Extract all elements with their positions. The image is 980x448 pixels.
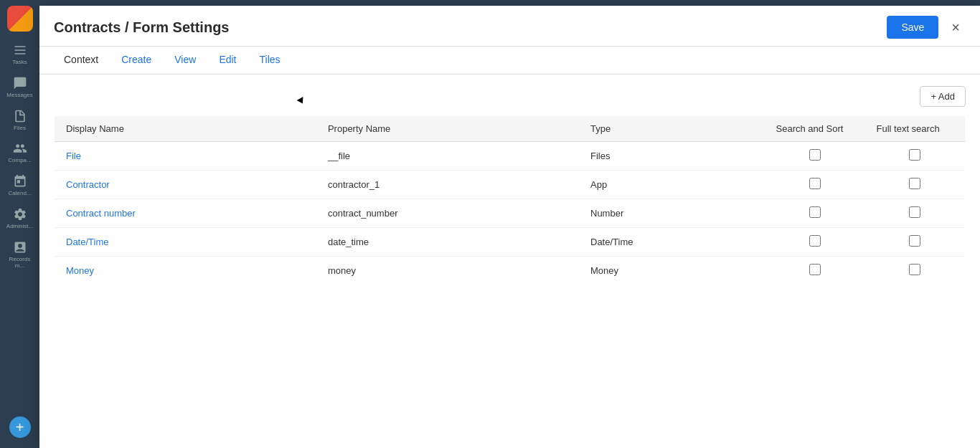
th-display-name: Display Name [55, 116, 316, 142]
th-type: Type [579, 116, 765, 142]
sidebar-item-calendar-label: Calend... [8, 191, 31, 197]
display-name-link[interactable]: Contractor [66, 179, 110, 190]
properties-table: Display Name Property Name Type Search a… [54, 115, 966, 285]
checkbox-search-sort[interactable] [809, 178, 821, 189]
sidebar-item-messages[interactable]: Messages [3, 72, 37, 103]
cell-search-sort[interactable] [765, 171, 865, 199]
tab-edit[interactable]: Edit [209, 47, 246, 74]
app-logo [7, 6, 33, 32]
sidebar-add-button[interactable]: + [9, 416, 31, 438]
cell-type: Files [579, 142, 765, 171]
cell-full-text-search[interactable] [865, 199, 966, 228]
sidebar-item-companies-label: Compa... [8, 158, 31, 164]
table-row: File__fileFiles [55, 142, 966, 171]
cell-display-name[interactable]: Contractor [55, 171, 316, 199]
close-button[interactable]: × [946, 17, 966, 37]
checkbox-full-text-search[interactable] [909, 178, 920, 189]
checkbox-full-text-search[interactable] [909, 235, 920, 247]
modal-header: Contracts / Form Settings Save × [39, 6, 980, 47]
checkbox-search-sort[interactable] [809, 206, 821, 218]
modal-title: Contracts / Form Settings [54, 19, 229, 36]
tab-create[interactable]: Create [111, 47, 161, 74]
cell-property-name: contractor_1 [316, 171, 579, 199]
checkbox-search-sort[interactable] [809, 264, 821, 275]
sidebar-item-calendar[interactable]: Calend... [3, 170, 37, 201]
sidebar-item-admin-label: Administ... [6, 224, 33, 230]
cell-full-text-search[interactable] [865, 142, 966, 171]
checkbox-full-text-search[interactable] [909, 264, 920, 275]
display-name-link[interactable]: Contract number [66, 208, 136, 219]
add-row: + Add [54, 86, 966, 107]
sidebar-item-admin[interactable]: Administ... [3, 203, 37, 234]
cell-display-name[interactable]: Money [55, 257, 316, 285]
sidebar-item-files[interactable]: Files [3, 105, 37, 136]
cell-type: Money [579, 257, 765, 285]
modal-tabs: Context Create View Edit Tiles [39, 47, 980, 75]
sidebar-item-tasks-label: Tasks [12, 59, 27, 66]
modal-contracts-form-settings: Contracts / Form Settings Save × Context… [39, 6, 980, 448]
checkbox-full-text-search[interactable] [909, 206, 920, 218]
cell-search-sort[interactable] [765, 228, 865, 257]
cell-display-name[interactable]: File [55, 142, 316, 171]
sidebar-item-records[interactable]: Records m... [3, 236, 37, 274]
cell-full-text-search[interactable] [865, 228, 966, 257]
th-property-name: Property Name [316, 116, 579, 142]
th-full-text-search: Full text search [865, 116, 966, 142]
modal-header-actions: Save × [887, 16, 966, 39]
cell-display-name[interactable]: Date/Time [55, 228, 316, 257]
cell-full-text-search[interactable] [865, 257, 966, 285]
cell-search-sort[interactable] [765, 199, 865, 228]
cell-property-name: contract_number [316, 199, 579, 228]
save-button[interactable]: Save [887, 16, 938, 39]
sidebar-item-messages-label: Messages [6, 92, 32, 99]
tab-context[interactable]: Context [54, 47, 108, 74]
table-row: Contract numbercontract_numberNumber [55, 199, 966, 228]
display-name-link[interactable]: File [66, 151, 81, 161]
checkbox-full-text-search[interactable] [909, 149, 920, 161]
display-name-link[interactable]: Money [66, 265, 94, 276]
modal-body: + Add Display Name Property Name Type Se… [39, 75, 980, 448]
sidebar-item-tasks[interactable]: Tasks [3, 39, 37, 70]
display-name-link[interactable]: Date/Time [66, 237, 108, 247]
sidebar: Tasks Messages Files Compa... Calend... … [0, 0, 39, 448]
cell-property-name: money [316, 257, 579, 285]
cell-full-text-search[interactable] [865, 171, 966, 199]
sidebar-bottom: + [0, 416, 39, 448]
table-row: Contractorcontractor_1App [55, 171, 966, 199]
table-row: MoneymoneyMoney [55, 257, 966, 285]
sidebar-item-files-label: Files [14, 125, 26, 132]
sidebar-item-companies[interactable]: Compa... [3, 137, 37, 168]
cell-type: Number [579, 199, 765, 228]
tab-view[interactable]: View [164, 47, 206, 74]
cell-type: App [579, 171, 765, 199]
cell-property-name: date_time [316, 228, 579, 257]
cell-display-name[interactable]: Contract number [55, 199, 316, 228]
th-search-sort: Search and Sort [765, 116, 865, 142]
cell-search-sort[interactable] [765, 257, 865, 285]
cell-property-name: __file [316, 142, 579, 171]
sidebar-item-records-label: Records m... [6, 257, 34, 270]
checkbox-search-sort[interactable] [809, 235, 821, 247]
checkbox-search-sort[interactable] [809, 149, 821, 161]
cell-search-sort[interactable] [765, 142, 865, 171]
table-row: Date/Timedate_timeDate/Time [55, 228, 966, 257]
cell-type: Date/Time [579, 228, 765, 257]
table-header-row: Display Name Property Name Type Search a… [55, 116, 966, 142]
add-button[interactable]: + Add [920, 86, 966, 107]
tab-tiles[interactable]: Tiles [250, 47, 291, 74]
